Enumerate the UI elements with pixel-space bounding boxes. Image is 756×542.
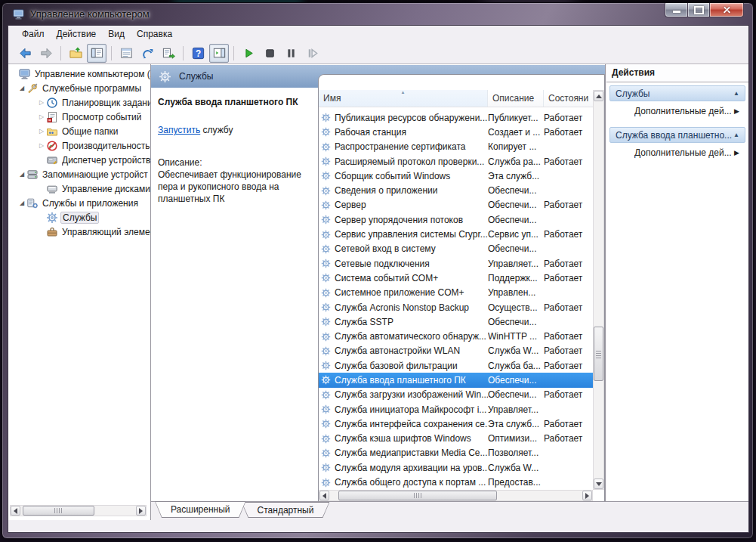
service-row[interactable]: Служба загрузки изображений Win...Обеспе…	[319, 388, 594, 402]
service-description: WinHTTP ...	[488, 331, 544, 342]
expander-icon[interactable]: ▷	[37, 142, 46, 149]
service-row[interactable]: Служба ввода планшетного ПКОбеспечи...	[319, 373, 594, 387]
service-row[interactable]: СерверОбеспечи...Работает	[319, 198, 594, 212]
minimize-button[interactable]	[665, 3, 688, 17]
expander-icon[interactable]: ▷	[37, 113, 46, 120]
stop-service-button[interactable]	[260, 44, 279, 63]
maximize-button[interactable]	[688, 3, 710, 17]
service-gear-icon	[321, 448, 331, 458]
service-row[interactable]: Рабочая станцияСоздает и ...Работает	[319, 125, 594, 139]
column-header-имя[interactable]: ▴Имя	[319, 90, 488, 107]
collapse-icon[interactable]: ▲	[733, 132, 739, 138]
service-name: Служба автоматического обнаруж...	[335, 331, 486, 342]
service-row[interactable]: Служба модуля архивации на уров...Служба…	[319, 460, 594, 475]
service-row[interactable]: Служба кэша шрифтов WindowsОптимизи...Ра…	[319, 432, 594, 446]
scroll-left-button[interactable]	[319, 491, 329, 500]
service-row[interactable]: Сервис управления системы Crypr...Сервис…	[319, 227, 594, 241]
title-bar[interactable]: Управление компьютером	[2, 3, 753, 25]
expander-icon[interactable]: ▷	[37, 128, 46, 135]
scroll-thumb[interactable]	[338, 491, 497, 500]
forward-button[interactable]	[36, 44, 56, 63]
scroll-down-button[interactable]	[594, 479, 603, 489]
close-button[interactable]	[710, 3, 744, 17]
tree-item-служебные-программы[interactable]: ◢Служебные программы	[8, 81, 150, 95]
scroll-left-button[interactable]	[11, 506, 20, 516]
service-row[interactable]: Служба медиаприставки Media Ce...Позволя…	[319, 446, 594, 460]
service-row[interactable]: Расширяемый протокол проверки...Служба р…	[319, 154, 594, 169]
service-row[interactable]: Служба общего доступа к портам ...Предос…	[319, 475, 594, 489]
list-horizontal-scrollbar[interactable]	[319, 490, 593, 501]
service-row[interactable]: Сервер упорядочения потоковОбеспечи...	[319, 212, 594, 227]
tree-item-управление-компьютером-(л[interactable]: Управление компьютером (л	[8, 67, 150, 81]
service-row[interactable]: Системное приложение COM+Управлен...	[319, 286, 594, 300]
menu-Справка[interactable]: Справка	[131, 27, 178, 41]
collapse-icon[interactable]: ▲	[733, 90, 739, 97]
actions-section-header[interactable]: Служба ввода планшетно...▲	[609, 127, 745, 143]
service-row[interactable]: Служба инициатора Майкрософт i...Управля…	[319, 402, 594, 417]
tab-расширенный[interactable]: Расширенный	[155, 501, 246, 518]
service-row[interactable]: Публикация ресурсов обнаружени...Публику…	[319, 110, 594, 125]
scroll-thumb[interactable]	[594, 327, 603, 381]
service-row[interactable]: Сведения о приложенииОбеспечи...	[319, 183, 594, 197]
service-row[interactable]: Сетевой вход в системуОбеспечи...	[319, 242, 594, 256]
help-button[interactable]: ?	[188, 44, 208, 63]
refresh-button[interactable]	[137, 44, 157, 63]
tree-item-запоминающие-устройст[interactable]: ◢Запоминающие устройст	[8, 167, 150, 181]
service-row[interactable]: Служба SSTPОбеспечи...	[319, 314, 594, 329]
tree-item-производительность[interactable]: ▷Производительность	[8, 138, 150, 153]
service-description: Эта служб...	[488, 419, 544, 429]
scroll-right-button[interactable]	[136, 506, 146, 516]
start-service-button[interactable]	[239, 44, 258, 63]
expander-icon[interactable]: ▷	[37, 99, 46, 106]
menu-Файл[interactable]: Файл	[16, 27, 51, 41]
service-row[interactable]: Служба базовой фильтрацииСлужба ба...Раб…	[319, 358, 594, 373]
restart-service-icon	[305, 46, 319, 60]
tree-item-управляющий-элемен[interactable]: Управляющий элемен	[8, 225, 150, 239]
tree-item-службы-и-приложения[interactable]: ◢Службы и приложения	[8, 196, 150, 210]
menu-Действие[interactable]: Действие	[51, 27, 103, 41]
service-row[interactable]: Служба автоматического обнаруж...WinHTTP…	[319, 329, 594, 343]
restart-service-button[interactable]	[302, 44, 322, 63]
show-console-tree-button[interactable]	[87, 44, 106, 63]
tree-item-службы[interactable]: Службы	[8, 210, 150, 225]
back-button[interactable]	[15, 44, 35, 63]
list-vertical-scrollbar[interactable]	[593, 90, 604, 490]
actions-section-header[interactable]: Службы▲	[609, 85, 745, 101]
export-list-button[interactable]	[159, 44, 178, 63]
tree-item-общие-папки[interactable]: ▷Общие папки	[8, 124, 150, 138]
pause-service-button[interactable]	[281, 44, 301, 63]
tree-item-диспетчер-устройств[interactable]: Диспетчер устройств	[8, 153, 150, 167]
service-row[interactable]: Служба интерфейса сохранения се...Эта сл…	[319, 417, 594, 431]
service-row[interactable]: Система событий COM+Поддержк...Работает	[319, 271, 594, 285]
service-name-cell: Рабочая станция	[319, 127, 488, 138]
actions-item[interactable]: Дополнительные дей...▶	[609, 143, 745, 163]
tree-item-управление-дисками[interactable]: Управление дисками	[8, 181, 150, 196]
tree-item-просмотр-событий[interactable]: ▷Просмотр событий	[8, 110, 150, 124]
service-description: Обеспечи...	[488, 185, 544, 196]
expander-icon[interactable]: ◢	[17, 171, 26, 178]
tree-item-планировщик-заданий[interactable]: ▷Планировщик заданий	[8, 95, 150, 110]
toolbar-separator	[111, 46, 112, 60]
tree-item-label: Управление дисками	[62, 184, 150, 194]
actions-section-title: Служба ввода планшетно...	[616, 130, 733, 141]
column-header-описание[interactable]: Описание	[488, 90, 544, 107]
properties-button[interactable]	[116, 44, 136, 63]
show-action-pane-button[interactable]	[209, 44, 229, 63]
expander-icon[interactable]: ◢	[17, 85, 26, 91]
tab-стандартный[interactable]: Стандартный	[242, 502, 330, 518]
tree-horizontal-scrollbar[interactable]	[10, 505, 147, 516]
scroll-thumb[interactable]	[23, 506, 94, 516]
scroll-up-button[interactable]	[594, 91, 603, 101]
service-row[interactable]: Служба Acronis Nonstop BackupОсуществ...…	[319, 300, 594, 314]
actions-item[interactable]: Дополнительные дей...▶	[609, 101, 745, 121]
service-row[interactable]: Распространение сертификатаКопирует ...	[319, 140, 594, 154]
start-service-link[interactable]: Запустить	[158, 125, 200, 135]
expander-icon[interactable]: ◢	[17, 200, 26, 206]
service-row[interactable]: Сборщик событий WindowsЭта служб...	[319, 169, 594, 183]
service-row[interactable]: Сетевые подключенияУправляет...Работает	[319, 256, 594, 271]
up-level-button[interactable]	[66, 44, 85, 63]
column-header-состояни[interactable]: Состояни	[544, 90, 594, 107]
menu-Вид[interactable]: Вид	[102, 27, 131, 41]
scroll-right-button[interactable]	[582, 491, 592, 500]
service-row[interactable]: Служба автонастройки WLANСлужба W...Рабо…	[319, 344, 594, 358]
